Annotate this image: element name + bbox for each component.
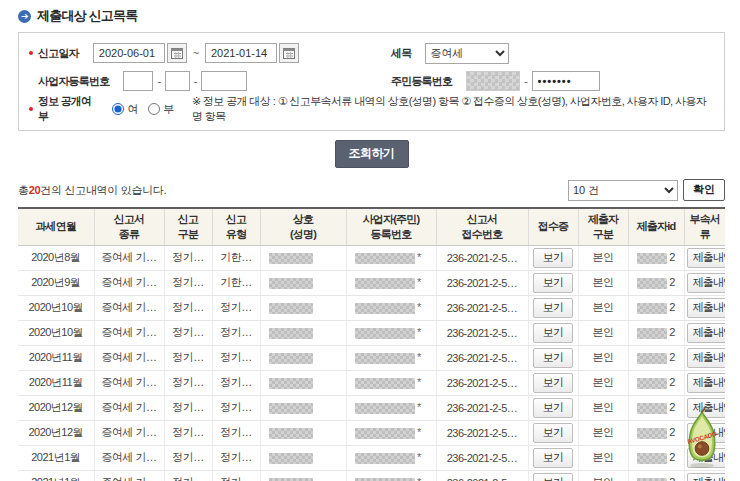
- mask-star: *: [417, 301, 421, 313]
- attachment-view-button[interactable]: 제출내역보기: [687, 323, 726, 343]
- resident-reg-no-back-masked-input[interactable]: [532, 71, 600, 91]
- attachment-view-button[interactable]: 제출내역보기: [687, 398, 726, 418]
- disclosure-yes-radio[interactable]: 여: [112, 102, 138, 117]
- cell-receipt-number: 236-2021-2-5…: [436, 445, 528, 470]
- radio-icon[interactable]: [148, 103, 160, 115]
- cell-report-type: 정기…: [212, 320, 260, 345]
- cell-form-type: 증여세 기…: [94, 445, 164, 470]
- cell-company-name: [260, 270, 346, 295]
- column-header: 신고 유형: [212, 208, 260, 245]
- cell-company-name: [260, 470, 346, 481]
- cell-attachment: 제출내역보기: [684, 270, 725, 295]
- cell-submitter-id: 2: [628, 420, 684, 445]
- cell-report-division: 정기…: [164, 370, 212, 395]
- view-receipt-button[interactable]: 보기: [533, 248, 573, 268]
- calendar-icon[interactable]: [279, 43, 299, 63]
- tax-item-select[interactable]: 증여세: [425, 43, 509, 64]
- view-receipt-button[interactable]: 보기: [533, 473, 573, 481]
- total-count: 20: [29, 184, 41, 196]
- disclosure-label: 정보 공개여부: [38, 94, 98, 124]
- cell-receipt-view: 보기: [528, 445, 578, 470]
- cell-company-name: [260, 345, 346, 370]
- cell-reg-number: *: [346, 420, 436, 445]
- report-date-label: 신고일자: [38, 46, 79, 61]
- cell-receipt-number: 236-2021-2-5…: [436, 370, 528, 395]
- column-header: 제출자 구분: [578, 208, 628, 245]
- view-receipt-button[interactable]: 보기: [533, 348, 573, 368]
- redacted-id-block: [637, 303, 667, 314]
- view-receipt-button[interactable]: 보기: [533, 273, 573, 293]
- cell-receipt-number: 236-2021-2-5…: [436, 320, 528, 345]
- redacted-id-block: [637, 353, 667, 364]
- cell-form-type: 증여세 기…: [94, 270, 164, 295]
- page-title-row: ➔ 제출대상 신고목록: [18, 7, 725, 25]
- column-header: 신고 구분: [164, 208, 212, 245]
- id-tail: 2: [669, 451, 675, 463]
- redacted-name-block: [269, 403, 313, 414]
- attachment-view-button[interactable]: 제출내역보기: [687, 348, 726, 368]
- cell-submitter-id: 2: [628, 395, 684, 420]
- mask-star: *: [417, 451, 421, 463]
- business-reg-no-part3-input[interactable]: [201, 71, 247, 91]
- report-date-from-input[interactable]: [93, 43, 165, 63]
- view-receipt-button[interactable]: 보기: [533, 423, 573, 443]
- cell-tax-month: 2020년10월: [18, 320, 94, 345]
- resident-reg-no-label: 주민등록번호: [391, 74, 452, 89]
- cell-reg-number: *: [346, 370, 436, 395]
- business-reg-no-part2-input[interactable]: [165, 71, 190, 91]
- attachment-view-button[interactable]: 제출내역보기: [687, 373, 726, 393]
- table-row: 2021년1월증여세 기…정기…정기… *236-2021-2-5…보기본인2제…: [18, 445, 725, 470]
- radio-icon[interactable]: [112, 103, 124, 115]
- report-table: 과세연월신고서 종류신고 구분신고 유형상호 (성명)사업자(주민) 등록번호신…: [18, 207, 725, 481]
- cell-form-type: 증여세 기…: [94, 420, 164, 445]
- attachment-view-button[interactable]: 제출내역보기: [687, 298, 726, 318]
- cell-tax-month: 2020년8월: [18, 245, 94, 270]
- cell-tax-month: 2020년9월: [18, 270, 94, 295]
- calendar-icon[interactable]: [167, 43, 187, 63]
- view-receipt-button[interactable]: 보기: [533, 398, 573, 418]
- id-tail: 2: [669, 476, 675, 481]
- column-header: 상호 (성명): [260, 208, 346, 245]
- column-header: 부속서류: [684, 208, 725, 245]
- search-button-row: 조회하기: [18, 140, 725, 168]
- cell-form-type: 증여세 기…: [94, 245, 164, 270]
- cell-submitter-id: 2: [628, 470, 684, 481]
- disclosure-yes-label: 여: [127, 102, 138, 117]
- page-size-select[interactable]: 10 건: [568, 180, 678, 201]
- view-receipt-button[interactable]: 보기: [533, 448, 573, 468]
- cell-submitter-type: 본인: [578, 295, 628, 320]
- redacted-name-block: [269, 353, 313, 364]
- disclosure-no-radio[interactable]: 부: [148, 102, 174, 117]
- view-receipt-button[interactable]: 보기: [533, 298, 573, 318]
- confirm-button[interactable]: 확인: [683, 179, 725, 201]
- id-tail: 2: [669, 351, 675, 363]
- cell-form-type: 증여세 기…: [94, 345, 164, 370]
- attachment-view-button[interactable]: 제출내역보기: [687, 448, 726, 468]
- cell-attachment: 제출내역보기: [684, 245, 725, 270]
- cell-attachment: 제출내역보기: [684, 370, 725, 395]
- redacted-id-block: [637, 278, 667, 289]
- cell-reg-number: *: [346, 345, 436, 370]
- search-button[interactable]: 조회하기: [335, 140, 409, 168]
- id-tail: 2: [669, 301, 675, 313]
- disclosure-note: ※ 정보 공개 대상 : ① 신고부속서류 내역의 상호(성명) 항목 ② 접수…: [192, 94, 714, 124]
- attachment-view-button[interactable]: 제출내역보기: [687, 423, 726, 443]
- cell-receipt-view: 보기: [528, 245, 578, 270]
- business-reg-no-part1-input[interactable]: [123, 71, 153, 91]
- redacted-number-block: [355, 378, 415, 389]
- attachment-view-button[interactable]: 제출내역보기: [687, 248, 726, 268]
- cell-company-name: [260, 245, 346, 270]
- attachment-view-button[interactable]: 제출내역보기: [687, 473, 726, 481]
- id-tail: 2: [669, 426, 675, 438]
- cell-receipt-view: 보기: [528, 320, 578, 345]
- cell-reg-number: *: [346, 270, 436, 295]
- column-header: 신고서 접수번호: [436, 208, 528, 245]
- cell-reg-number: *: [346, 320, 436, 345]
- cell-form-type: 증여세 기…: [94, 295, 164, 320]
- view-receipt-button[interactable]: 보기: [533, 373, 573, 393]
- cell-report-type: 정기…: [212, 445, 260, 470]
- report-date-to-input[interactable]: [205, 43, 277, 63]
- result-summary-text: 총20건의 신고내역이 있습니다.: [18, 183, 166, 198]
- attachment-view-button[interactable]: 제출내역보기: [687, 273, 726, 293]
- view-receipt-button[interactable]: 보기: [533, 323, 573, 343]
